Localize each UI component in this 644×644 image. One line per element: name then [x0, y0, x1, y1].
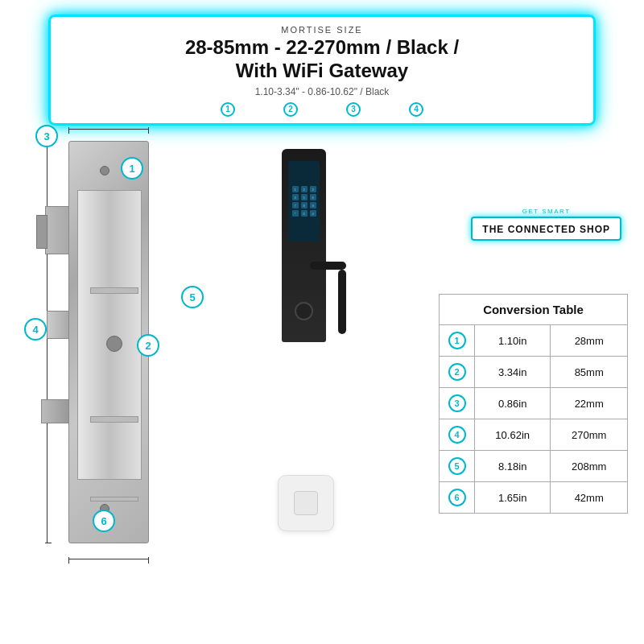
- lock-inner: [77, 190, 142, 480]
- shop-name: THE CONNECTED SHOP: [482, 224, 610, 235]
- dot-circle-3: 3: [346, 102, 361, 117]
- lock-bolt: [41, 399, 69, 423]
- key-6: 6: [310, 194, 316, 200]
- conversion-table: Conversion Table 1 1.10in 28mm 2 3.34in …: [439, 294, 628, 514]
- smart-lock-handle: [310, 213, 350, 342]
- conversion-table-wrapper: Conversion Table 1 1.10in 28mm 2 3.34in …: [439, 294, 628, 514]
- dot-4: 4: [409, 102, 423, 117]
- callout-3: 3: [35, 125, 58, 147]
- key-1: 1: [292, 186, 299, 192]
- table-row: 5 8.18in 208mm: [440, 451, 628, 482]
- smart-lock: 1 2 3 4 5 6 7 8 9 * 0 #: [266, 149, 362, 455]
- keypad-row-2: 4 5 6: [292, 194, 316, 200]
- wifi-gateway: [278, 475, 334, 531]
- row-num-cell: 1: [440, 325, 475, 357]
- keypad-row-1: 1 2 3: [292, 186, 316, 192]
- callout-5: 5: [181, 286, 204, 308]
- measurement-line-h-top: [68, 129, 149, 130]
- header-dots: 1 2 3 4: [64, 102, 580, 117]
- row-mm: 28mm: [551, 325, 628, 357]
- table-row: 1 1.10in 28mm: [440, 325, 628, 357]
- lock-diagram: 1 2 3 4 5 6: [24, 125, 274, 584]
- table-row: 4 10.62in 270mm: [440, 419, 628, 451]
- key-0: 0: [301, 210, 308, 217]
- table-row: 3 0.86in 22mm: [440, 388, 628, 419]
- shop-get-smart-label: GET SMART: [471, 208, 621, 215]
- row-circle-num: 3: [448, 394, 466, 412]
- shop-logo: GET SMART THE CONNECTED SHOP: [471, 208, 621, 241]
- header-title: 28-85mm - 22-270mm / Black /With WiFi Ga…: [64, 36, 580, 83]
- row-circle-num: 4: [448, 426, 466, 444]
- row-inches: 10.62in: [475, 419, 551, 451]
- table-row: 6 1.65in 42mm: [440, 482, 628, 514]
- dot-circle-1: 1: [221, 102, 235, 117]
- dot-2: 2: [283, 102, 298, 117]
- lock-screw-1: [100, 166, 109, 175]
- row-mm: 85mm: [551, 357, 628, 388]
- table-row: 2 3.34in 85mm: [440, 357, 628, 388]
- row-circle-num: 1: [448, 332, 466, 349]
- handle-vertical: [338, 270, 346, 334]
- handle-horizontal: [310, 262, 346, 270]
- key-5: 5: [301, 194, 308, 200]
- row-inches: 1.65in: [475, 482, 551, 514]
- callout-2: 2: [137, 334, 159, 357]
- gateway-icon: [294, 491, 318, 515]
- key-7: 7: [292, 202, 299, 208]
- lock-detail-2: [90, 416, 138, 423]
- row-num-cell: 4: [440, 419, 475, 451]
- row-circle-num: 2: [448, 363, 466, 381]
- measurement-line-vertical: [47, 141, 48, 543]
- row-num-cell: 6: [440, 482, 475, 514]
- lock-latch-top: [45, 206, 69, 254]
- header-box: MORTISE SIZE 28-85mm - 22-270mm / Black …: [48, 14, 596, 126]
- key-star: *: [292, 210, 299, 217]
- key-3: 3: [310, 186, 316, 192]
- callout-4: 4: [24, 318, 47, 341]
- row-mm: 208mm: [551, 451, 628, 482]
- dot-1: 1: [221, 102, 235, 117]
- key-2: 2: [301, 186, 308, 192]
- key-4: 4: [292, 194, 299, 200]
- dot-circle-2: 2: [283, 102, 298, 117]
- lock-hole: [106, 336, 122, 352]
- key-8: 8: [301, 202, 308, 208]
- row-circle-num: 6: [448, 489, 466, 506]
- keypad-row-3: 7 8 9: [292, 202, 316, 208]
- callout-1: 1: [121, 157, 143, 180]
- row-num-cell: 5: [440, 451, 475, 482]
- row-inches: 0.86in: [475, 388, 551, 419]
- row-inches: 1.10in: [475, 325, 551, 357]
- lock-detail-3: [90, 497, 138, 502]
- row-num-cell: 2: [440, 357, 475, 388]
- measurement-line-h-bottom: [68, 559, 149, 559]
- row-inches: 8.18in: [475, 451, 551, 482]
- row-circle-num: 5: [448, 457, 466, 475]
- conversion-table-heading: Conversion Table: [440, 295, 628, 325]
- mortise-size-label: MORTISE SIZE: [64, 25, 580, 35]
- row-inches: 3.34in: [475, 357, 551, 388]
- row-num-cell: 3: [440, 388, 475, 419]
- lock-detail-1: [90, 287, 138, 294]
- row-mm: 42mm: [551, 482, 628, 514]
- header-subtitle: 1.10-3.34" - 0.86-10.62" / Black: [64, 86, 580, 97]
- dot-circle-4: 4: [409, 102, 423, 117]
- key-9: 9: [310, 202, 316, 208]
- shop-name-box: THE CONNECTED SHOP: [471, 217, 621, 241]
- dot-3: 3: [346, 102, 361, 117]
- row-mm: 22mm: [551, 388, 628, 419]
- callout-6: 6: [93, 510, 115, 532]
- row-mm: 270mm: [551, 419, 628, 451]
- lock-latch-mid: [47, 311, 69, 339]
